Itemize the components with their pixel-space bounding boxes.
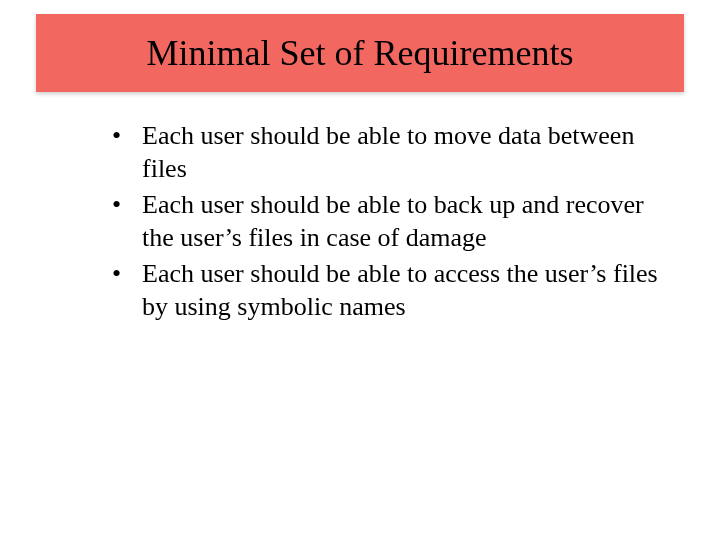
- list-item: Each user should be able to access the u…: [100, 258, 660, 323]
- slide-title: Minimal Set of Requirements: [36, 14, 684, 92]
- list-item: Each user should be able to move data be…: [100, 120, 660, 185]
- list-item: Each user should be able to back up and …: [100, 189, 660, 254]
- bullet-list: Each user should be able to move data be…: [100, 120, 660, 323]
- slide-content: Each user should be able to move data be…: [100, 120, 660, 323]
